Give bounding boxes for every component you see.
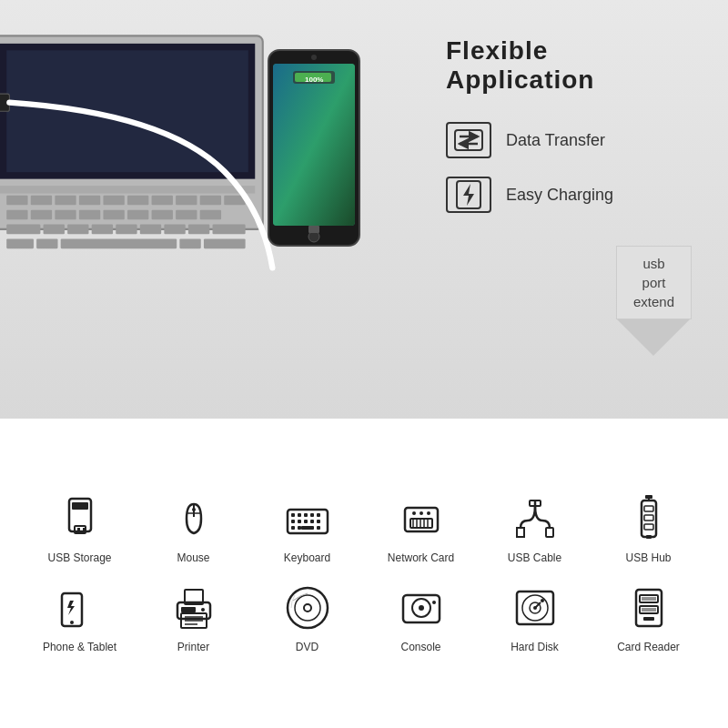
svg-rect-15 bbox=[31, 210, 52, 220]
svg-rect-74 bbox=[310, 520, 314, 523]
svg-point-116 bbox=[432, 601, 436, 604]
svg-rect-75 bbox=[317, 520, 320, 523]
svg-rect-61 bbox=[83, 528, 86, 531]
usb-storage-icon bbox=[55, 493, 106, 544]
data-transfer-icon-box bbox=[446, 122, 491, 158]
svg-point-110 bbox=[288, 588, 328, 628]
keyboard-label: Keyboard bbox=[284, 551, 330, 564]
svg-rect-7 bbox=[79, 196, 100, 206]
svg-rect-98 bbox=[646, 535, 652, 539]
svg-rect-66 bbox=[291, 513, 295, 517]
svg-marker-56 bbox=[463, 184, 474, 206]
arrow-down-icon bbox=[617, 319, 690, 356]
svg-rect-19 bbox=[127, 210, 148, 220]
svg-rect-11 bbox=[176, 196, 197, 206]
svg-rect-91 bbox=[546, 528, 553, 537]
svg-rect-67 bbox=[298, 513, 301, 517]
console-icon bbox=[396, 582, 447, 633]
svg-rect-124 bbox=[640, 595, 658, 602]
svg-rect-58 bbox=[72, 502, 88, 510]
svg-rect-6 bbox=[55, 196, 76, 206]
list-item: DVD bbox=[255, 582, 359, 653]
dvd-label: DVD bbox=[296, 641, 318, 653]
easy-charging-label: Easy Charging bbox=[506, 186, 613, 205]
usb-extend-text: usb port extend bbox=[616, 246, 692, 319]
usb-extend-callout: usb port extend bbox=[616, 246, 692, 356]
svg-point-112 bbox=[304, 604, 311, 612]
top-section: ⇄ 100% bbox=[0, 0, 728, 419]
printer-icon bbox=[168, 582, 219, 633]
list-item: Printer bbox=[141, 582, 246, 653]
svg-rect-16 bbox=[55, 210, 76, 220]
svg-rect-72 bbox=[298, 520, 301, 523]
svg-point-111 bbox=[295, 595, 320, 621]
svg-rect-94 bbox=[644, 515, 653, 521]
main-title: Flexible Application bbox=[446, 36, 701, 95]
svg-rect-25 bbox=[67, 225, 88, 235]
data-transfer-label: Data Transfer bbox=[506, 131, 605, 150]
svg-rect-35 bbox=[179, 239, 200, 249]
svg-rect-9 bbox=[127, 196, 148, 206]
list-item: USB Cable bbox=[482, 493, 587, 564]
usb-cable-icon bbox=[510, 493, 561, 544]
phone-tablet-label: Phone & Tablet bbox=[43, 641, 116, 653]
svg-rect-76 bbox=[291, 526, 295, 530]
svg-rect-71 bbox=[291, 520, 295, 523]
svg-rect-28 bbox=[140, 225, 161, 235]
svg-rect-32 bbox=[6, 239, 34, 249]
list-item: USB Hub bbox=[596, 493, 701, 564]
svg-point-122 bbox=[541, 599, 544, 602]
mouse-icon bbox=[168, 493, 219, 544]
svg-rect-93 bbox=[644, 506, 653, 511]
svg-rect-10 bbox=[152, 196, 173, 206]
dvd-icon bbox=[282, 582, 333, 633]
svg-rect-3 bbox=[0, 186, 255, 194]
svg-rect-73 bbox=[304, 520, 308, 523]
usb-hub-label: USB Hub bbox=[625, 551, 671, 564]
svg-point-64 bbox=[192, 508, 196, 511]
svg-rect-24 bbox=[44, 225, 65, 235]
svg-point-115 bbox=[419, 605, 424, 611]
network-card-icon bbox=[396, 493, 447, 544]
svg-rect-31 bbox=[213, 225, 246, 235]
svg-rect-60 bbox=[77, 528, 80, 531]
svg-rect-77 bbox=[298, 526, 301, 530]
list-item: Console bbox=[369, 582, 473, 653]
list-item: Phone & Tablet bbox=[27, 582, 132, 653]
data-transfer-feature: Data Transfer bbox=[446, 122, 701, 158]
bottom-section: USB Storage Mouse bbox=[0, 419, 728, 728]
keyboard-icon bbox=[282, 493, 333, 544]
card-reader-label: Card Reader bbox=[617, 641, 680, 653]
svg-point-87 bbox=[412, 511, 416, 515]
list-item: Card Reader bbox=[596, 582, 701, 653]
svg-rect-130 bbox=[643, 617, 654, 621]
svg-rect-20 bbox=[152, 210, 173, 220]
svg-rect-43 bbox=[273, 64, 355, 226]
svg-rect-79 bbox=[317, 526, 320, 530]
usb-hub-icon bbox=[623, 493, 674, 544]
easy-charging-icon-box bbox=[446, 177, 491, 213]
svg-rect-14 bbox=[6, 210, 27, 220]
svg-rect-95 bbox=[644, 524, 653, 530]
list-item: Mouse bbox=[141, 493, 246, 564]
usb-cable-label: USB Cable bbox=[508, 551, 561, 564]
right-panel: Flexible Application bbox=[446, 36, 701, 231]
svg-rect-109 bbox=[181, 607, 196, 612]
svg-rect-18 bbox=[103, 210, 124, 220]
svg-point-89 bbox=[427, 511, 430, 515]
svg-rect-70 bbox=[317, 513, 320, 517]
svg-rect-33 bbox=[36, 239, 57, 249]
phone-tablet-icon bbox=[55, 582, 106, 633]
list-item: Keyboard bbox=[255, 493, 359, 564]
svg-marker-101 bbox=[67, 601, 75, 615]
svg-rect-23 bbox=[6, 225, 40, 235]
svg-rect-78 bbox=[301, 526, 314, 530]
list-item: Hard Disk bbox=[482, 582, 587, 653]
phone: 100% bbox=[264, 46, 364, 255]
svg-rect-34 bbox=[61, 239, 177, 249]
icons-grid: USB Storage Mouse bbox=[27, 493, 701, 653]
svg-rect-125 bbox=[640, 606, 658, 613]
list-item: USB Storage bbox=[27, 493, 132, 564]
svg-rect-2 bbox=[6, 50, 248, 172]
svg-point-88 bbox=[420, 511, 423, 515]
